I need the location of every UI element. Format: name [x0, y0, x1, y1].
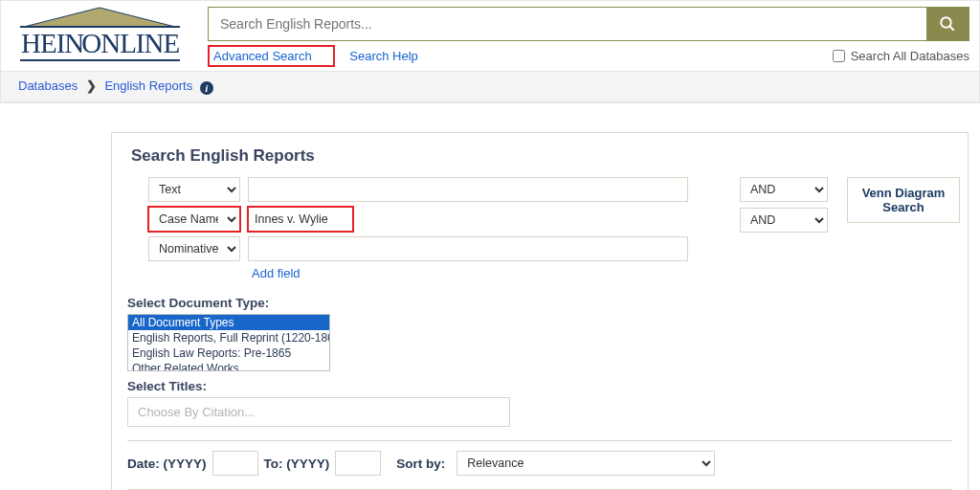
field-value-input-2[interactable]	[248, 207, 353, 232]
global-search-button[interactable]	[926, 8, 969, 40]
advanced-search-link[interactable]: Advanced Search	[213, 49, 312, 63]
separator	[127, 440, 952, 441]
sort-by-label: Sort by:	[396, 457, 445, 471]
field-type-select-1[interactable]: Text	[148, 177, 240, 202]
list-item[interactable]: All Document Types	[128, 315, 329, 330]
field-type-select-2[interactable]: Case Name	[148, 207, 240, 232]
sort-by-select[interactable]: Relevance	[457, 451, 715, 476]
boolean-op-select-2[interactable]: AND	[740, 208, 828, 233]
field-value-input-1[interactable]	[248, 177, 688, 202]
doc-type-listbox[interactable]: All Document Types English Reports, Full…	[127, 314, 330, 371]
doc-type-label: Select Document Type:	[127, 296, 952, 310]
chevron-right-icon: ❯	[86, 78, 97, 93]
titles-label: Select Titles:	[127, 379, 952, 393]
info-icon[interactable]: i	[200, 81, 213, 95]
titles-citation-input[interactable]: Choose By Citation...	[127, 397, 510, 427]
svg-marker-0	[24, 8, 175, 27]
search-icon	[939, 15, 956, 33]
search-help-link[interactable]: Search Help	[349, 49, 418, 63]
boolean-op-select-1[interactable]: AND	[740, 177, 828, 202]
global-search-box[interactable]	[208, 7, 969, 41]
date-from-input[interactable]	[212, 451, 258, 476]
field-value-input-3[interactable]	[248, 236, 688, 261]
global-search-input[interactable]	[209, 8, 926, 40]
list-item[interactable]: English Law Reports: Pre-1865	[128, 345, 329, 361]
breadcrumb: Databases ❯ English Reports i	[1, 71, 979, 102]
date-to-label: To: (YYYY)	[264, 457, 330, 471]
breadcrumb-current[interactable]: English Reports	[104, 78, 192, 93]
search-all-databases-checkbox[interactable]	[833, 50, 845, 62]
breadcrumb-root[interactable]: Databases	[18, 78, 78, 93]
venn-diagram-search-button[interactable]: Venn DiagramSearch	[847, 177, 960, 223]
list-item[interactable]: Other Related Works	[128, 361, 329, 371]
add-field-link[interactable]: Add field	[252, 266, 301, 280]
heinonline-logo[interactable]: HEINONLINE	[18, 7, 181, 51]
search-all-label: Search All Databases	[851, 49, 969, 63]
svg-point-2	[941, 17, 951, 28]
list-item[interactable]: English Reports, Full Reprint (1220-1867…	[128, 330, 329, 345]
date-to-input[interactable]	[335, 451, 381, 476]
date-from-label: Date: (YYYY)	[127, 457, 207, 471]
svg-line-3	[949, 26, 954, 31]
field-type-select-3[interactable]: Nominative C	[148, 236, 240, 261]
panel-title: Search English Reports	[131, 146, 952, 166]
advanced-search-panel: Search English Reports Text Case Name No…	[111, 132, 969, 490]
